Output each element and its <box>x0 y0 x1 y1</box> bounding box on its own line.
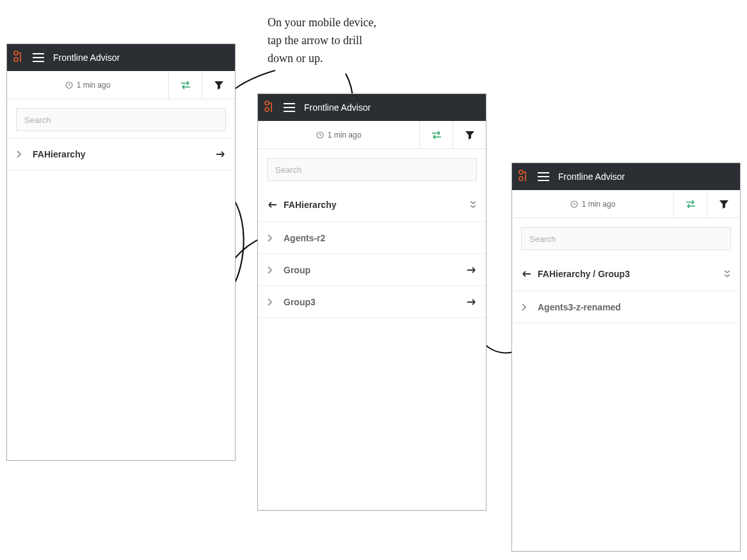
svg-point-1 <box>14 58 18 61</box>
app-title: Frontline Advisor <box>53 52 120 63</box>
chevron-right-icon <box>16 150 30 158</box>
svg-point-6 <box>519 170 523 174</box>
app-logo-icon <box>517 168 529 185</box>
toolbar: 1 min ago <box>512 190 740 218</box>
list-item-label: Agents-r2 <box>281 233 463 243</box>
breadcrumb[interactable]: FAHierarchy / Group3 <box>512 257 740 291</box>
double-chevron-down-icon[interactable] <box>463 200 477 209</box>
arrow-left-icon[interactable] <box>521 270 535 278</box>
hierarchy-list: FAHierarchy <box>7 138 235 460</box>
double-chevron-down-icon[interactable] <box>717 269 731 278</box>
chevron-right-icon <box>267 234 281 242</box>
mobile-screen-3: Frontline Advisor 1 min ago FAHierarchy … <box>511 163 741 552</box>
list-item-label: Group <box>281 265 463 275</box>
filter-button[interactable] <box>707 190 740 218</box>
filter-icon <box>214 81 224 90</box>
arrow-left-icon[interactable] <box>267 201 281 209</box>
search-container <box>258 149 486 188</box>
app-logo-icon <box>12 49 24 66</box>
list-item[interactable]: Group3 <box>258 286 486 318</box>
filter-button[interactable] <box>453 121 486 148</box>
timestamp: 1 min ago <box>7 71 168 99</box>
list-item[interactable]: Agents3-z-renamed <box>512 291 740 323</box>
swap-icon <box>431 131 442 140</box>
chevron-right-icon <box>267 298 281 306</box>
breadcrumb-label: FAHierarchy <box>281 200 463 210</box>
app-header: Frontline Advisor <box>7 44 235 71</box>
mobile-screen-1: Frontline Advisor 1 min ago FAHierarchy <box>6 44 236 461</box>
app-logo-icon <box>263 99 275 116</box>
svg-point-3 <box>265 101 269 105</box>
svg-point-7 <box>519 177 523 180</box>
toolbar: 1 min ago <box>258 121 486 149</box>
swap-button[interactable] <box>419 121 453 148</box>
app-title: Frontline Advisor <box>304 102 371 113</box>
list-item[interactable]: Agents-r2 <box>258 222 486 254</box>
list-item-label: Agents3-z-renamed <box>535 302 717 312</box>
hamburger-icon[interactable] <box>33 53 44 62</box>
hierarchy-list: FAHierarchy / Group3 Agents3-z-renamed <box>512 257 740 551</box>
hamburger-icon[interactable] <box>284 103 295 112</box>
search-input[interactable] <box>267 158 477 181</box>
drill-down-icon[interactable] <box>463 266 477 274</box>
chevron-right-icon <box>267 266 281 274</box>
app-header: Frontline Advisor <box>258 94 486 121</box>
mobile-screen-2: Frontline Advisor 1 min ago FAHierarchy <box>257 93 486 511</box>
list-item[interactable]: FAHierarchy <box>7 138 235 170</box>
chevron-right-icon <box>521 303 535 311</box>
swap-button[interactable] <box>168 71 202 99</box>
swap-icon <box>180 81 191 90</box>
search-container <box>512 218 740 257</box>
drill-down-icon[interactable] <box>212 150 226 158</box>
search-container <box>7 99 235 138</box>
search-input[interactable] <box>16 108 226 131</box>
drill-down-icon[interactable] <box>463 298 477 306</box>
swap-button[interactable] <box>673 190 707 218</box>
app-header: Frontline Advisor <box>512 163 740 190</box>
timestamp: 1 min ago <box>512 190 673 218</box>
swap-icon <box>685 200 696 209</box>
filter-button[interactable] <box>202 71 235 99</box>
breadcrumb[interactable]: FAHierarchy <box>258 188 486 222</box>
app-title: Frontline Advisor <box>558 172 625 182</box>
hierarchy-list: FAHierarchy Agents-r2 Group Group3 <box>258 188 486 510</box>
hamburger-icon[interactable] <box>538 172 549 181</box>
svg-point-4 <box>265 108 269 111</box>
svg-point-0 <box>14 51 18 55</box>
list-item-label: FAHierarchy <box>30 149 212 159</box>
timestamp: 1 min ago <box>258 121 419 148</box>
list-item-label: Group3 <box>281 297 463 307</box>
search-input[interactable] <box>521 227 731 250</box>
clock-icon <box>570 200 578 208</box>
toolbar: 1 min ago <box>7 71 235 99</box>
list-item[interactable]: Group <box>258 254 486 286</box>
annotation-text: On your mobile device, tap the arrow to … <box>268 14 376 68</box>
breadcrumb-label: FAHierarchy / Group3 <box>535 269 717 279</box>
filter-icon <box>465 131 475 140</box>
clock-icon <box>65 81 73 89</box>
filter-icon <box>719 200 729 209</box>
clock-icon <box>316 131 324 139</box>
